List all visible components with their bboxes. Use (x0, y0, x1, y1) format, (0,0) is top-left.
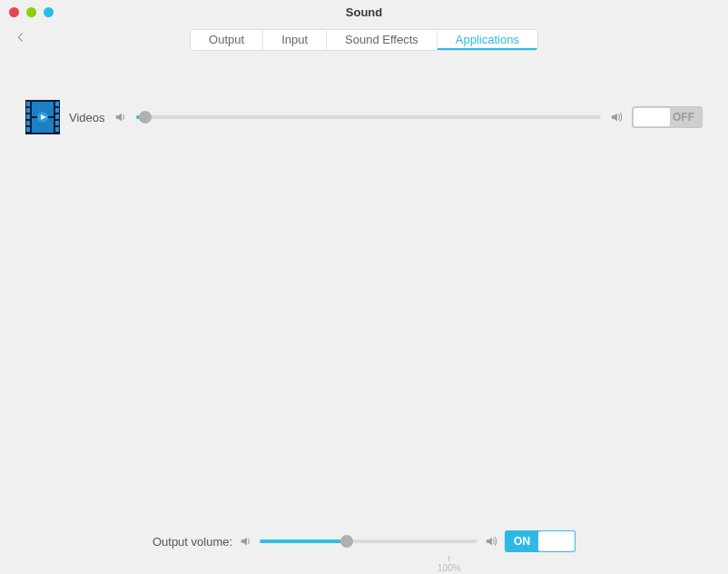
output-volume-label: Output volume: (152, 535, 232, 549)
content: Videos OFF (0, 54, 728, 134)
svg-rect-10 (55, 114, 59, 119)
svg-rect-3 (26, 102, 30, 106)
svg-rect-5 (26, 114, 30, 119)
toggle-label: OFF (673, 111, 694, 124)
output-mute-toggle[interactable]: ON (505, 530, 576, 552)
svg-rect-7 (26, 127, 30, 132)
svg-rect-11 (55, 121, 59, 125)
speaker-high-icon (485, 535, 497, 548)
tab-input[interactable]: Input (263, 30, 327, 50)
speaker-low-icon (114, 111, 127, 124)
tabs: Output Input Sound Effects Applications (190, 29, 538, 51)
app-volume-slider[interactable] (136, 111, 601, 124)
speaker-low-icon (240, 535, 252, 548)
svg-rect-4 (26, 108, 30, 113)
window-title: Sound (0, 5, 728, 19)
svg-rect-12 (55, 127, 59, 132)
output-volume-slider[interactable] (260, 535, 477, 548)
scale-100-label: 100% (438, 563, 461, 573)
toolbar: Output Input Sound Effects Applications (0, 25, 728, 54)
app-label: Videos (69, 111, 105, 124)
svg-rect-9 (55, 108, 59, 113)
toggle-label: ON (514, 535, 530, 548)
app-row: Videos OFF (25, 100, 703, 134)
speaker-high-icon (610, 111, 623, 124)
tab-output[interactable]: Output (191, 30, 263, 50)
titlebar: Sound (0, 0, 728, 25)
tab-applications[interactable]: Applications (438, 30, 537, 50)
videos-app-icon (25, 100, 60, 134)
back-button[interactable] (15, 31, 33, 49)
tab-sound-effects[interactable]: Sound Effects (327, 30, 438, 50)
output-volume-row: Output volume: ON (152, 530, 576, 552)
footer: Output volume: ON (0, 530, 728, 556)
app-mute-toggle[interactable]: OFF (632, 106, 703, 128)
svg-rect-6 (26, 121, 30, 125)
svg-rect-8 (55, 102, 59, 106)
chevron-left-icon (15, 31, 27, 44)
